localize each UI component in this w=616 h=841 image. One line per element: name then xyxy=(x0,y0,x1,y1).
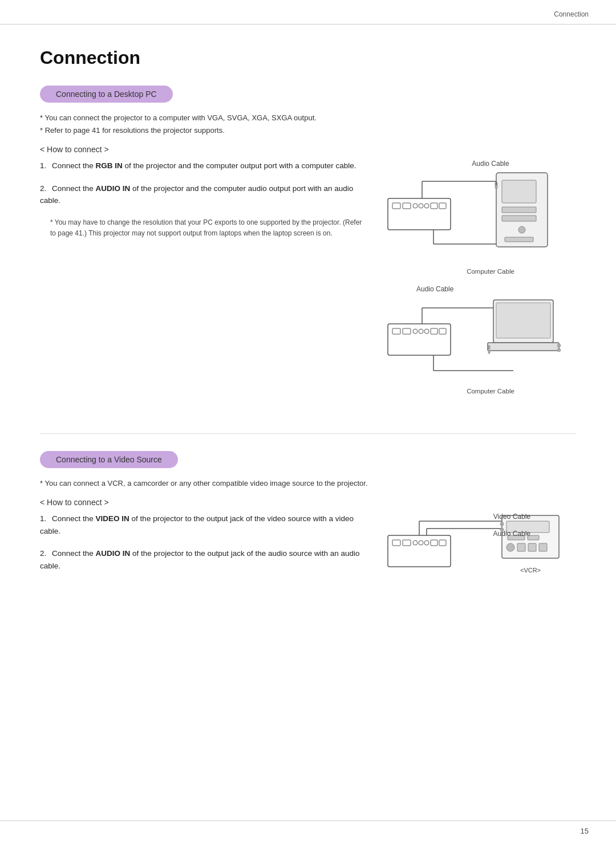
section-divider xyxy=(40,433,576,434)
step2-num: 2. xyxy=(40,184,46,193)
section1-header: Connecting to a Desktop PC xyxy=(40,86,173,103)
svg-rect-33 xyxy=(496,303,550,338)
section2-instructions: 1. Connect the VIDEO IN of the projector… xyxy=(40,513,365,582)
svg-text:<VCR>: <VCR> xyxy=(520,567,541,574)
step4-text-before: Connect the xyxy=(52,549,96,558)
svg-rect-41 xyxy=(403,540,411,546)
section2-diagram: Video Cable Audio Cable xyxy=(382,513,565,588)
svg-rect-40 xyxy=(392,540,400,546)
svg-point-37 xyxy=(557,344,561,347)
diagram1-audio-label: Audio Cable xyxy=(472,160,509,168)
section1-note-1: * You can connect the projector to a com… xyxy=(40,112,576,124)
section2-how-to-connect: < How to connect > xyxy=(40,498,576,507)
svg-rect-21 xyxy=(392,328,400,334)
section1-instructions: 1. Connect the RGB IN of the projector a… xyxy=(40,160,365,239)
svg-rect-26 xyxy=(431,328,437,334)
svg-point-4 xyxy=(419,204,423,208)
main-content: Connection Connecting to a Desktop PC * … xyxy=(0,25,616,661)
step3-bold: VIDEO IN xyxy=(96,514,129,523)
section2-diagram-svg: <VCR> xyxy=(382,513,565,587)
section2-step2: 2. Connect the AUDIO IN of the projector… xyxy=(40,547,365,572)
section2-note-1: * You can connect a VCR, a camcorder or … xyxy=(40,477,576,490)
bottom-bar: 15 xyxy=(0,820,616,841)
section-desktop-pc: Connecting to a Desktop PC * You can con… xyxy=(40,86,576,405)
top-bar: Connection xyxy=(0,0,616,25)
section1-diagram2: Audio Cable xyxy=(382,285,565,395)
svg-rect-55 xyxy=(506,543,514,551)
section1-how-to-connect: < How to connect > xyxy=(40,145,576,154)
step1-bold: RGB IN xyxy=(96,161,123,170)
svg-rect-2 xyxy=(403,203,411,209)
section1-note-2: * Refer to page 41 for resolutions the p… xyxy=(40,124,576,137)
svg-point-23 xyxy=(413,329,418,334)
step2-bold: AUDIO IN xyxy=(96,184,131,193)
video-cable-label: Video Cable xyxy=(493,513,530,521)
svg-point-38 xyxy=(557,348,561,352)
audio-cable-label: Audio Cable xyxy=(493,530,530,538)
step2-text-before: Connect the xyxy=(52,184,96,193)
section2-content-row: 1. Connect the VIDEO IN of the projector… xyxy=(40,513,576,599)
svg-point-3 xyxy=(413,204,418,208)
svg-rect-22 xyxy=(403,328,411,334)
svg-point-42 xyxy=(413,541,418,545)
step1-text-before: Connect the xyxy=(52,161,96,170)
step3-text-before: Connect the xyxy=(52,514,96,523)
section1-footnote: * You may have to change the resolution … xyxy=(50,217,365,239)
svg-point-24 xyxy=(419,329,423,334)
section1-diagram-area: Audio Cable xyxy=(382,160,576,405)
svg-rect-57 xyxy=(528,543,536,551)
svg-rect-35 xyxy=(488,346,490,349)
section2-step1: 1. Connect the VIDEO IN of the projector… xyxy=(40,513,365,537)
step1-num: 1. xyxy=(40,161,46,170)
svg-rect-6 xyxy=(431,203,437,209)
page-title: Connection xyxy=(40,47,576,68)
section1-diagram1-svg xyxy=(382,170,565,267)
section2-notes: * You can connect a VCR, a camcorder or … xyxy=(40,477,576,490)
svg-point-44 xyxy=(424,541,429,545)
diagram1-computer-cable-label: Computer Cable xyxy=(467,268,514,275)
svg-rect-14 xyxy=(502,207,536,213)
svg-rect-56 xyxy=(517,543,525,551)
section1-notes: * You can connect the projector to a com… xyxy=(40,112,576,137)
section-video-source: Connecting to a Video Source * You can c… xyxy=(40,451,576,599)
step4-bold: AUDIO IN xyxy=(96,549,131,558)
diagram2-audio-label: Audio Cable xyxy=(416,285,453,293)
svg-rect-17 xyxy=(505,237,533,242)
page-number: 15 xyxy=(581,827,589,835)
svg-rect-34 xyxy=(488,343,559,351)
section1-diagram1: Audio Cable xyxy=(382,160,565,275)
section2-header: Connecting to a Video Source xyxy=(40,451,178,468)
step4-num: 2. xyxy=(40,549,46,558)
diagram2-computer-cable-label: Computer Cable xyxy=(467,388,514,395)
section2-diagram-area: Video Cable Audio Cable xyxy=(382,513,576,599)
section1-content-row: 1. Connect the RGB IN of the projector a… xyxy=(40,160,576,405)
svg-rect-27 xyxy=(439,328,446,334)
svg-rect-1 xyxy=(392,203,400,209)
section1-diagram2-svg xyxy=(382,295,565,387)
svg-rect-45 xyxy=(431,540,437,546)
svg-rect-36 xyxy=(488,350,490,354)
step1-text-after: of the projector and the computer output… xyxy=(123,161,356,170)
step3-num: 1. xyxy=(40,514,46,523)
svg-point-5 xyxy=(424,204,429,208)
section1-step1: 1. Connect the RGB IN of the projector a… xyxy=(40,160,365,172)
svg-point-43 xyxy=(419,541,423,545)
svg-point-25 xyxy=(424,329,429,334)
svg-rect-13 xyxy=(502,180,536,203)
svg-point-16 xyxy=(518,226,525,233)
svg-rect-46 xyxy=(439,540,446,546)
svg-rect-58 xyxy=(539,543,547,551)
svg-rect-7 xyxy=(439,203,446,209)
breadcrumb: Connection xyxy=(554,10,589,18)
svg-rect-15 xyxy=(502,216,536,221)
section1-step2: 2. Connect the AUDIO IN of the projector… xyxy=(40,182,365,207)
